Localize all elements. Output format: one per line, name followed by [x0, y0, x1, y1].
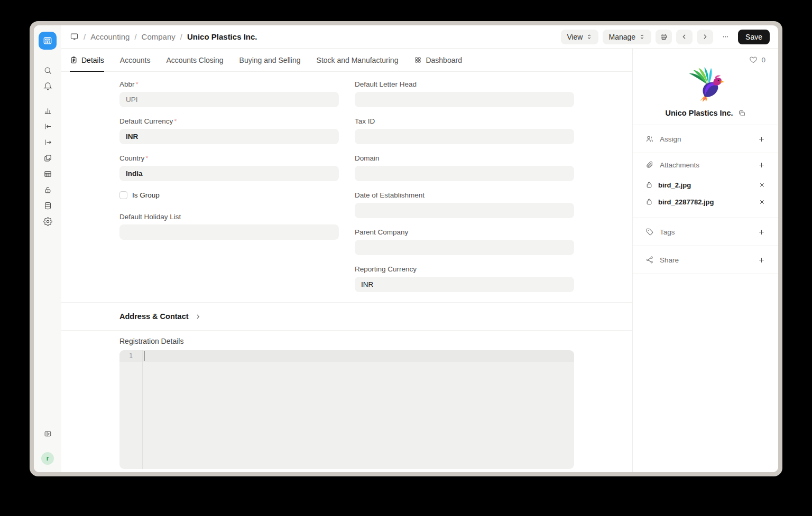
heart-icon[interactable]: [749, 55, 758, 64]
remove-attachment-icon[interactable]: [759, 182, 765, 189]
duplicate-pages-icon[interactable]: [40, 150, 56, 166]
default-letter-head-input[interactable]: [355, 92, 574, 107]
default-currency-input[interactable]: [119, 129, 339, 144]
chevron-updown-icon: [639, 33, 645, 40]
tags-row[interactable]: Tags: [633, 218, 778, 246]
is-group-checkbox[interactable]: [119, 191, 127, 199]
registration-details-editor[interactable]: 1: [119, 350, 574, 469]
bird-logo-image: [685, 65, 725, 102]
country-input[interactable]: [119, 166, 339, 181]
field-default-holiday-list: Default Holiday List: [119, 213, 339, 240]
abbr-input[interactable]: [119, 92, 339, 107]
tax-id-label: Tax ID: [355, 117, 574, 125]
chevron-updown-icon: [586, 33, 593, 40]
tab-stock-and-manufacturing-label: Stock and Manufacturing: [317, 56, 399, 64]
view-dropdown-button[interactable]: View: [561, 30, 598, 44]
table-grid-icon[interactable]: [40, 166, 56, 182]
tab-accounts[interactable]: Accounts: [120, 49, 151, 71]
required-marker: *: [174, 117, 177, 125]
app-window: r / Accounting / Company / Unico Plastic…: [30, 21, 782, 476]
tab-stock-and-manufacturing[interactable]: Stock and Manufacturing: [317, 49, 399, 71]
database-icon[interactable]: [40, 198, 56, 213]
settings-gear-icon[interactable]: [40, 213, 56, 229]
app-logo-icon[interactable]: [39, 32, 57, 50]
assign-row[interactable]: Assign: [633, 125, 778, 153]
reports-bar-chart-icon[interactable]: [40, 102, 56, 118]
search-icon[interactable]: [40, 62, 56, 78]
left-icon-rail: r: [34, 25, 61, 472]
domain-label: Domain: [355, 154, 574, 162]
details-clipboard-icon: [70, 56, 78, 64]
country-label: Country: [119, 154, 144, 162]
breadcrumb-accounting[interactable]: Accounting: [90, 32, 130, 41]
breadcrumb-company[interactable]: Company: [142, 32, 176, 41]
reporting-currency-input[interactable]: [355, 277, 574, 292]
notifications-bell-icon[interactable]: [40, 78, 56, 94]
assign-users-icon: [645, 135, 654, 143]
default-letter-head-label: Default Letter Head: [355, 80, 574, 88]
breadcrumb: / Accounting / Company / Unico Plastics …: [70, 32, 257, 41]
user-avatar[interactable]: r: [41, 452, 54, 465]
editor-line-number: 1: [119, 350, 143, 469]
manage-dropdown-button[interactable]: Manage: [603, 30, 651, 44]
panel-divider: [633, 274, 778, 274]
paperclip-icon: [645, 161, 654, 169]
attachments-label: Attachments: [660, 161, 699, 169]
attachment-file-name[interactable]: bird_2287782.jpg: [658, 198, 714, 206]
more-actions-button[interactable]: [717, 30, 734, 44]
is-group-label[interactable]: Is Group: [132, 191, 160, 199]
tab-accounts-closing-label: Accounts Closing: [166, 56, 223, 64]
like-count: 0: [761, 56, 765, 64]
tab-details[interactable]: Details: [70, 49, 104, 71]
manage-dropdown-label: Manage: [608, 33, 635, 41]
field-abbr: Abbr*: [119, 80, 339, 107]
company-name-row: Unico Plastics Inc.: [645, 109, 765, 117]
tab-accounts-closing[interactable]: Accounts Closing: [166, 49, 223, 71]
field-reporting-currency: Reporting Currency: [355, 265, 574, 292]
window-content: r / Accounting / Company / Unico Plastic…: [34, 25, 778, 472]
tab-dashboard[interactable]: Dashboard: [414, 49, 462, 71]
page-header: / Accounting / Company / Unico Plastics …: [61, 25, 778, 49]
unlock-icon[interactable]: [40, 182, 56, 198]
add-assignment-button[interactable]: [758, 135, 765, 143]
file-lock-icon: [645, 181, 653, 189]
editor-caret: [144, 351, 145, 361]
plus-icon: [758, 135, 765, 143]
next-record-button[interactable]: [697, 30, 713, 44]
prev-record-button[interactable]: [676, 30, 693, 44]
remove-attachment-icon[interactable]: [759, 199, 765, 205]
field-default-letter-head: Default Letter Head: [355, 80, 574, 107]
address-contact-section-toggle[interactable]: Address & Contact: [61, 303, 632, 330]
default-holiday-list-label: Default Holiday List: [119, 213, 339, 221]
print-button[interactable]: [656, 30, 672, 44]
copy-icon[interactable]: [738, 109, 746, 117]
attachments-header: Attachments: [645, 153, 765, 176]
collapse-left-icon[interactable]: [40, 118, 56, 134]
expand-right-icon[interactable]: [40, 134, 56, 150]
field-tax-id: Tax ID: [355, 117, 574, 144]
add-attachment-button[interactable]: [758, 161, 765, 169]
workspace-monitor-icon[interactable]: [70, 32, 79, 41]
default-holiday-list-input[interactable]: [119, 224, 339, 240]
tab-buying-and-selling[interactable]: Buying and Selling: [239, 49, 301, 71]
domain-input[interactable]: [355, 166, 574, 181]
printer-icon: [660, 33, 668, 41]
tax-id-input[interactable]: [355, 129, 574, 144]
save-button[interactable]: Save: [738, 30, 770, 44]
add-share-button[interactable]: [758, 256, 765, 264]
reporting-currency-label: Reporting Currency: [355, 265, 574, 273]
date-of-establishment-input[interactable]: [355, 203, 574, 218]
parent-company-input[interactable]: [355, 240, 574, 255]
share-row[interactable]: Share: [633, 246, 778, 274]
tab-buying-and-selling-label: Buying and Selling: [239, 56, 301, 64]
plus-icon: [758, 256, 765, 264]
attachment-file-name[interactable]: bird_2.jpg: [658, 181, 691, 189]
share-label: Share: [660, 256, 679, 264]
tags-label: Tags: [660, 228, 675, 236]
tab-accounts-label: Accounts: [120, 56, 151, 64]
breadcrumb-separator: /: [134, 32, 136, 41]
field-country: Country*: [119, 154, 339, 181]
add-tag-button[interactable]: [758, 228, 765, 236]
toggle-sidebar-icon[interactable]: [40, 426, 56, 442]
breadcrumb-separator: /: [84, 32, 86, 41]
